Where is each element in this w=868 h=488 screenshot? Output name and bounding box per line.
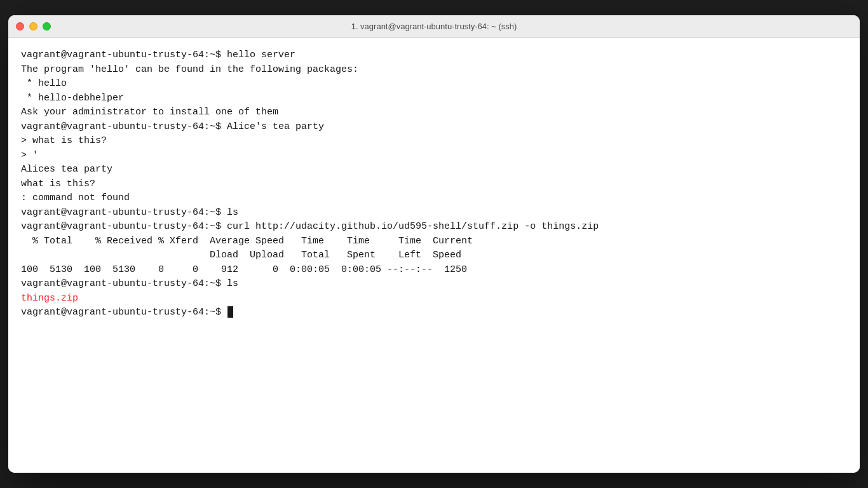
window-controls	[16, 22, 51, 30]
terminal-line: vagrant@vagrant-ubuntu-trusty-64:~$ hell…	[21, 48, 847, 63]
terminal-line: * hello-debhelper	[21, 92, 847, 106]
terminal-line: what is this?	[21, 177, 847, 192]
terminal-line: > '	[21, 149, 847, 163]
terminal-line: things.zip	[21, 292, 847, 306]
terminal-body[interactable]: vagrant@vagrant-ubuntu-trusty-64:~$ hell…	[8, 38, 860, 473]
terminal-line: % Total % Received % Xferd Average Speed…	[21, 234, 847, 249]
terminal-line: Dload Upload Total Spent Left Speed	[21, 248, 847, 263]
terminal-line: Alices tea party	[21, 163, 847, 177]
terminal-line: > what is this?	[21, 134, 847, 149]
terminal-line: 100 5130 100 5130 0 0 912 0 0:00:05 0:00…	[21, 263, 847, 278]
terminal-line: vagrant@vagrant-ubuntu-trusty-64:~$ Alic…	[21, 120, 847, 135]
terminal-line: vagrant@vagrant-ubuntu-trusty-64:~$ ls	[21, 277, 847, 292]
terminal-line: The program 'hello' can be found in the …	[21, 63, 847, 78]
close-button[interactable]	[16, 22, 24, 30]
cursor-block	[227, 306, 233, 318]
terminal-window: 1. vagrant@vagrant-ubuntu-trusty-64: ~ (…	[8, 15, 860, 473]
title-bar: 1. vagrant@vagrant-ubuntu-trusty-64: ~ (…	[8, 15, 860, 38]
minimize-button[interactable]	[29, 22, 37, 30]
terminal-line: Ask your administrator to install one of…	[21, 105, 847, 120]
terminal-line: : command not found	[21, 191, 847, 206]
maximize-button[interactable]	[43, 22, 51, 30]
terminal-line: vagrant@vagrant-ubuntu-trusty-64:~$ ls	[21, 206, 847, 220]
terminal-line: * hello	[21, 77, 847, 92]
terminal-line: vagrant@vagrant-ubuntu-trusty-64:~$ curl…	[21, 220, 847, 234]
terminal-line: vagrant@vagrant-ubuntu-trusty-64:~$	[21, 306, 847, 320]
window-title: 1. vagrant@vagrant-ubuntu-trusty-64: ~ (…	[351, 22, 517, 31]
